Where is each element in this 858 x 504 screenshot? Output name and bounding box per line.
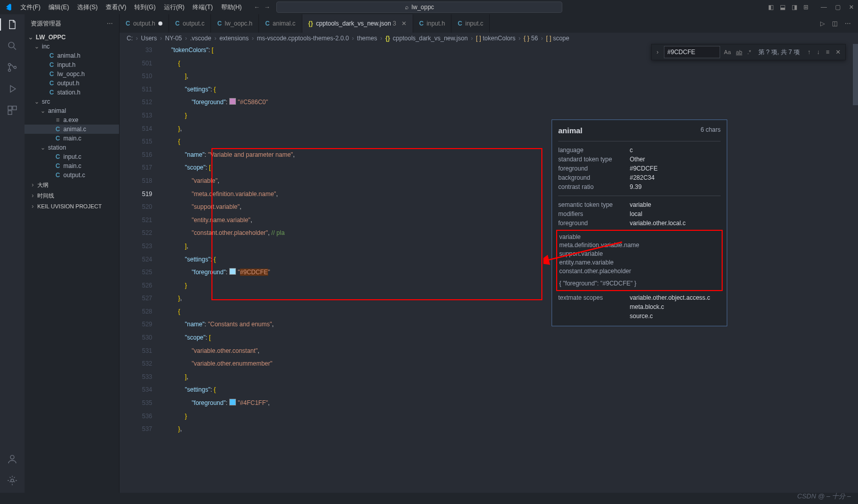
editor-tab[interactable]: Clw_oopc.h [211, 14, 259, 33]
find-toggle-replace-icon[interactable]: › [655, 49, 661, 56]
file-icon: C [54, 153, 61, 160]
editor-tab[interactable]: Cinput.h [413, 14, 452, 33]
hover-value: variable.other.object.access.c [630, 293, 710, 302]
tab-more-icon[interactable]: ⋯ [845, 20, 851, 27]
menu-item[interactable]: 运行(R) [160, 1, 189, 14]
regex-icon[interactable]: .* [746, 48, 752, 56]
tree-root[interactable]: ⌄LW_OPPC [25, 33, 119, 42]
tree-item[interactable]: Cinput.c [25, 152, 119, 161]
scm-icon[interactable] [6, 61, 18, 74]
find-input[interactable] [664, 46, 720, 58]
menu-item[interactable]: 转到(G) [130, 1, 159, 14]
tree-item[interactable]: ⌄station [25, 143, 119, 152]
explorer-icon[interactable] [0, 18, 25, 31]
tree-item[interactable]: Clw_oopc.h [25, 69, 119, 79]
svg-point-2 [8, 69, 11, 71]
editor-tab[interactable]: Canimal.c [259, 14, 302, 33]
menu-item[interactable]: 查看(V) [102, 1, 130, 14]
menu-item[interactable]: 文件(F) [16, 1, 44, 14]
editor-tab[interactable]: Coutput.h [120, 14, 169, 33]
tab-label: input.h [426, 20, 445, 27]
menu-item[interactable]: 选择(S) [73, 1, 102, 14]
menu-item[interactable]: 帮助(H) [217, 1, 246, 14]
c-file-icon: C [126, 20, 130, 27]
tree-item[interactable]: Coutput.c [25, 171, 119, 180]
tree-item[interactable]: Cmain.c [25, 161, 119, 171]
tab-label: animal.c [273, 20, 296, 27]
editor-tab[interactable]: Coutput.c [169, 14, 211, 33]
find-prev-icon[interactable]: ↑ [806, 49, 812, 56]
minimize-icon[interactable]: — [821, 4, 827, 11]
tree-item[interactable]: Cstation.h [25, 88, 119, 97]
file-icon: C [48, 61, 55, 68]
tree-item[interactable]: Cmain.c [25, 134, 119, 143]
search-nav-icon[interactable] [6, 40, 18, 52]
breadcrumb-item[interactable]: extensions [220, 35, 249, 42]
match-word-icon[interactable]: ab [735, 48, 743, 56]
svg-rect-6 [8, 111, 12, 114]
find-close-icon[interactable]: ✕ [834, 49, 842, 56]
close-icon[interactable]: ✕ [849, 4, 854, 11]
tree-item[interactable]: Canimal.h [25, 51, 119, 60]
layout-right-icon[interactable]: ◨ [792, 4, 797, 11]
breadcrumb-item[interactable]: NY-05 [165, 35, 182, 42]
hover-key: modifiers [558, 209, 630, 219]
tree-item[interactable]: Cinput.h [25, 60, 119, 69]
tab-close-icon[interactable]: ✕ [401, 20, 407, 27]
breadcrumb-item[interactable]: { } 56 [523, 35, 538, 42]
hover-value: #9CDCFE [630, 164, 658, 173]
breadcrumb-item[interactable]: [ ] tokenColors [476, 35, 515, 42]
minimap[interactable] [853, 44, 858, 493]
hover-value: #282C34 [630, 173, 655, 182]
debug-icon[interactable] [6, 83, 18, 95]
breadcrumb-item[interactable]: C: [127, 35, 133, 42]
tree-item[interactable]: ≡a.exe [25, 115, 119, 125]
file-icon: C [48, 89, 55, 96]
match-case-icon[interactable]: Aa [723, 48, 732, 56]
breadcrumb-item[interactable]: [ ] scope [546, 35, 569, 42]
nav-arrows: ← → [254, 4, 270, 11]
layout-customize-icon[interactable]: ⊞ [803, 4, 808, 11]
hover-key: foreground [558, 164, 630, 173]
menu-item[interactable]: 编辑(E) [44, 1, 73, 14]
command-center[interactable]: ⌕ lw_oppc [276, 2, 562, 13]
tree-label: main.c [63, 135, 81, 142]
file-icon: C [54, 172, 61, 179]
layout-bottom-icon[interactable]: ⬓ [780, 4, 785, 11]
breadcrumb-item[interactable]: .vscode [190, 35, 211, 42]
titlebar: 文件(F)编辑(E)选择(S)查看(V)转到(G)运行(R)终端(T)帮助(H)… [0, 0, 858, 14]
run-icon[interactable]: ▷ [820, 20, 825, 27]
editor-tab[interactable]: {}cpptools_dark_vs_new.json 3✕ [302, 14, 413, 33]
hover-title: animal [558, 125, 583, 137]
tree-item[interactable]: ⌄animal [25, 106, 119, 115]
breadcrumb-item[interactable]: {} cpptools_dark_vs_new.json [385, 35, 467, 42]
breadcrumb-item[interactable]: ms-vscode.cpptools-themes-2.0.0 [257, 35, 349, 42]
sidebar-section[interactable]: › 时间线 [25, 190, 119, 201]
settings-gear-icon[interactable] [6, 474, 18, 487]
tree-item[interactable]: ⌄src [25, 97, 119, 106]
sidebar-section[interactable]: › KEIL UVISION PROJECT [25, 201, 119, 211]
forward-icon[interactable]: → [264, 4, 270, 11]
breadcrumb-item[interactable]: themes [357, 35, 377, 42]
account-icon[interactable] [6, 453, 18, 465]
file-icon: C [54, 126, 61, 133]
hover-value: 9.39 [630, 182, 641, 191]
find-selection-icon[interactable]: ≡ [824, 49, 831, 56]
maximize-icon[interactable]: ▢ [835, 4, 841, 11]
tree-item[interactable]: Coutput.h [25, 79, 119, 88]
split-icon[interactable]: ◫ [832, 20, 838, 27]
extensions-icon[interactable] [6, 104, 18, 116]
hover-value: Other [630, 155, 645, 164]
editor-tab[interactable]: Cinput.c [451, 14, 490, 33]
menu-item[interactable]: 终端(T) [188, 1, 217, 14]
layout-left-icon[interactable]: ◧ [768, 4, 774, 11]
tab-label: cpptools_dark_vs_new.json 3 [316, 20, 396, 27]
code-editor[interactable]: 33 "tokenColors": [501 {510 ],511 "setti… [120, 44, 858, 493]
sidebar-more-icon[interactable]: ⋯ [107, 20, 113, 27]
tree-item[interactable]: Canimal.c [25, 125, 119, 134]
find-next-icon[interactable]: ↓ [815, 49, 821, 56]
back-icon[interactable]: ← [254, 4, 260, 11]
tree-item[interactable]: ⌄inc [25, 42, 119, 51]
breadcrumb-item[interactable]: Users [141, 35, 157, 42]
sidebar-section[interactable]: › 大纲 [25, 180, 119, 190]
